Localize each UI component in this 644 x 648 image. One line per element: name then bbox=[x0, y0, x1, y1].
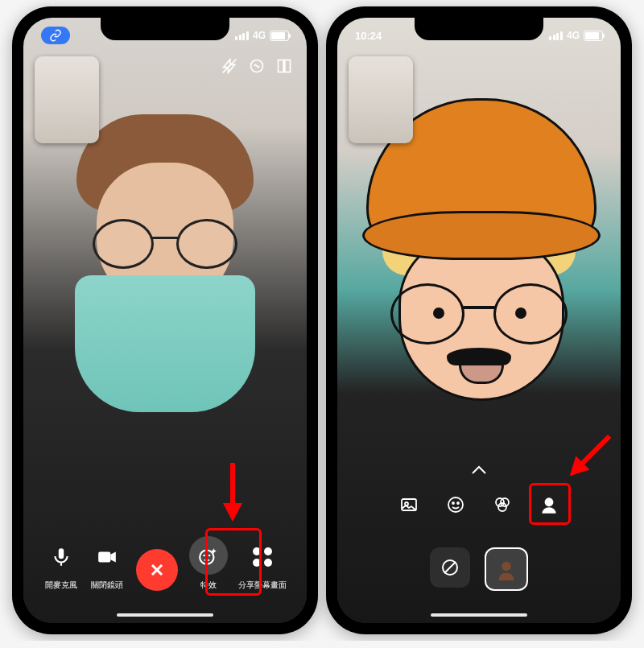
video-icon bbox=[97, 547, 118, 568]
annotation-arrow bbox=[217, 459, 249, 526]
svg-rect-3 bbox=[285, 60, 291, 72]
effects-stickers-button[interactable] bbox=[442, 491, 469, 518]
svg-point-15 bbox=[448, 497, 463, 512]
svg-rect-2 bbox=[279, 60, 284, 72]
annotation-highlight-memoji bbox=[529, 483, 571, 525]
phone-left: 4G 開麥克風 bbox=[12, 6, 318, 634]
picture-in-picture-thumbnail[interactable] bbox=[35, 56, 99, 143]
camera-top-controls bbox=[221, 58, 292, 74]
svg-point-19 bbox=[501, 498, 509, 506]
mic-button[interactable]: 開麥克風 bbox=[43, 539, 79, 591]
chevron-up-icon[interactable] bbox=[471, 464, 487, 478]
annotation-highlight-effects bbox=[205, 528, 262, 596]
svg-point-26 bbox=[502, 562, 511, 572]
cellular-signal-icon bbox=[549, 31, 563, 40]
svg-point-17 bbox=[457, 502, 459, 504]
smiley-icon bbox=[446, 495, 465, 514]
self-view-face bbox=[52, 114, 278, 388]
screen: 4G 開麥克風 bbox=[23, 18, 307, 623]
effects-filters-button[interactable] bbox=[489, 491, 516, 518]
grid-icon[interactable] bbox=[276, 58, 292, 74]
memoji-overlay bbox=[354, 98, 604, 404]
phone-right: 10:24 4G bbox=[326, 6, 632, 634]
home-indicator[interactable] bbox=[117, 613, 213, 617]
picture-in-picture-thumbnail[interactable] bbox=[349, 56, 413, 143]
end-call-button[interactable] bbox=[136, 549, 178, 591]
cellular-signal-icon bbox=[235, 31, 249, 40]
camera-button[interactable]: 關閉鏡頭 bbox=[89, 539, 125, 591]
svg-point-20 bbox=[498, 503, 506, 511]
microphone-icon bbox=[51, 547, 72, 568]
battery-icon bbox=[584, 31, 603, 41]
effects-photo-button[interactable] bbox=[395, 491, 423, 518]
memoji-avatar-option[interactable] bbox=[485, 547, 528, 591]
svg-point-16 bbox=[452, 502, 454, 504]
link-icon bbox=[49, 29, 62, 42]
network-label: 4G bbox=[567, 30, 580, 41]
flip-camera-icon[interactable] bbox=[249, 58, 265, 74]
svg-line-25 bbox=[444, 562, 456, 573]
call-controls: 開麥克風 關閉鏡頭 特效 分享螢幕畫面 bbox=[23, 536, 307, 591]
svg-rect-6 bbox=[99, 552, 111, 563]
memoji-picker-row bbox=[337, 547, 621, 591]
close-icon bbox=[147, 560, 167, 580]
notch bbox=[415, 18, 543, 40]
none-icon bbox=[440, 558, 460, 577]
network-label: 4G bbox=[253, 30, 266, 41]
svg-marker-5 bbox=[223, 503, 242, 522]
avatar-icon bbox=[495, 558, 518, 580]
effects-category-row bbox=[337, 491, 621, 518]
home-indicator[interactable] bbox=[431, 613, 527, 617]
photo-icon bbox=[399, 495, 419, 514]
mic-label: 開麥克風 bbox=[45, 580, 77, 591]
svg-line-22 bbox=[581, 436, 609, 464]
battery-icon bbox=[270, 31, 289, 41]
flash-off-icon[interactable] bbox=[221, 58, 237, 74]
filters-icon bbox=[493, 495, 512, 514]
status-time: 10:24 bbox=[355, 30, 382, 42]
notch bbox=[101, 18, 229, 40]
svg-marker-7 bbox=[111, 552, 117, 563]
screen-mirroring-pill[interactable] bbox=[41, 27, 70, 44]
camera-label: 關閉鏡頭 bbox=[91, 580, 123, 591]
screen: 10:24 4G bbox=[337, 18, 621, 623]
memoji-none-option[interactable] bbox=[430, 547, 470, 588]
